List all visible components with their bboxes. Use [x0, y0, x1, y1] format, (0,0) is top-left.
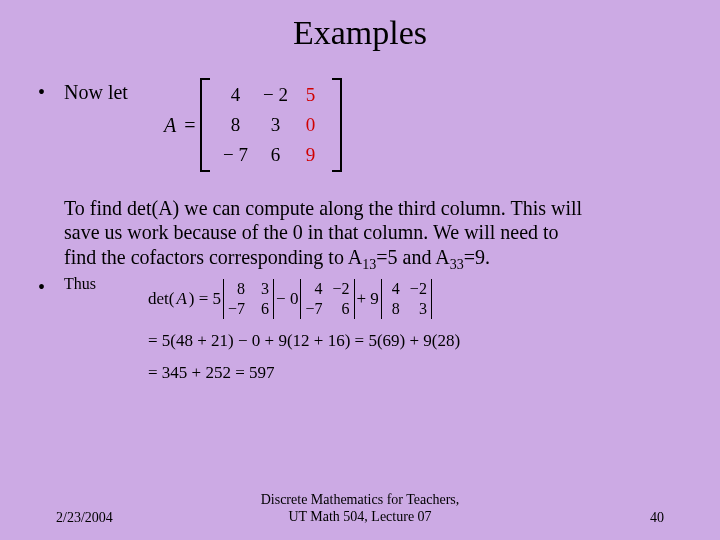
bracket-right — [332, 78, 342, 172]
m-cell-highlight: 5 — [296, 84, 326, 106]
minor-cell: −7 — [305, 299, 322, 318]
footer-line: UT Math 504, Lecture 07 — [288, 509, 431, 524]
bullet-item-2: • Thus — [38, 275, 96, 299]
minor-cell: 8 — [386, 299, 400, 318]
minor-2: 4 −2 −7 6 — [300, 279, 354, 319]
determinant-expansion: det(A) = 5 8 3 −7 6 − 0 4 −2 −7 6 + 9 4 … — [148, 279, 460, 384]
m-cell-highlight: 9 — [296, 144, 326, 166]
minor-cell: −7 — [228, 299, 245, 318]
subscript: 33 — [450, 257, 464, 272]
bullet-marker: • — [38, 80, 64, 104]
footer-center: Discrete Mathematics for Teachers, UT Ma… — [176, 492, 544, 526]
bracket-left — [200, 78, 210, 172]
body-area: • Now let — [38, 80, 682, 105]
minor-cell: 6 — [255, 299, 269, 318]
para-line: =5 and A — [376, 246, 450, 268]
footer-date: 2/23/2004 — [56, 510, 176, 526]
det-text: − 0 — [276, 289, 298, 309]
minor-cell: 8 — [228, 279, 245, 298]
m-cell: 4 — [216, 84, 256, 106]
explanation-paragraph: To find det(A) we can compute along the … — [64, 196, 682, 273]
matrix-grid: 4 − 2 5 8 3 0 − 7 6 9 — [210, 78, 332, 172]
slide: Examples • Now let A = 4 − 2 5 8 3 0 − 7… — [0, 0, 720, 540]
bullet-item-1: • Now let — [38, 80, 682, 105]
minor-cell: 3 — [410, 299, 427, 318]
matrix-equation: A = 4 − 2 5 8 3 0 − 7 6 9 — [164, 78, 342, 172]
minor-cell: 4 — [305, 279, 322, 298]
para-line: To find det(A) we can compute along the … — [64, 197, 582, 219]
footer: 2/23/2004 Discrete Mathematics for Teach… — [0, 492, 720, 526]
matrix-var: A — [164, 114, 176, 137]
minor-cell: 3 — [255, 279, 269, 298]
m-cell: − 2 — [256, 84, 296, 106]
minor-cell: 4 — [386, 279, 400, 298]
det-line-1: det(A) = 5 8 3 −7 6 − 0 4 −2 −7 6 + 9 4 … — [148, 279, 460, 319]
minor-cell: −2 — [332, 279, 349, 298]
det-line-3: = 345 + 252 = 597 — [148, 363, 460, 383]
footer-page: 40 — [544, 510, 664, 526]
minor-3: 4 −2 8 3 — [381, 279, 432, 319]
equals-sign: = — [184, 114, 195, 137]
minor-cell: 6 — [332, 299, 349, 318]
bullet-text-1: Now let — [64, 80, 128, 105]
bullet-marker: • — [38, 275, 64, 299]
para-line: find the cofactors corresponding to A — [64, 246, 362, 268]
minor-cell: −2 — [410, 279, 427, 298]
m-cell: − 7 — [216, 144, 256, 166]
bullet-text-2: Thus — [64, 275, 96, 293]
slide-title: Examples — [0, 14, 720, 52]
det-text: ) = 5 — [189, 289, 221, 309]
para-line: =9. — [464, 246, 490, 268]
m-cell: 8 — [216, 114, 256, 136]
m-cell: 6 — [256, 144, 296, 166]
minor-1: 8 3 −7 6 — [223, 279, 274, 319]
subscript: 13 — [362, 257, 376, 272]
det-var: A — [176, 289, 186, 309]
det-text: + 9 — [357, 289, 379, 309]
m-cell-highlight: 0 — [296, 114, 326, 136]
det-line-2: = 5(48 + 21) − 0 + 9(12 + 16) = 5(69) + … — [148, 331, 460, 351]
footer-line: Discrete Mathematics for Teachers, — [261, 492, 460, 507]
m-cell: 3 — [256, 114, 296, 136]
det-text: det( — [148, 289, 174, 309]
para-line: save us work because of the 0 in that co… — [64, 221, 559, 243]
